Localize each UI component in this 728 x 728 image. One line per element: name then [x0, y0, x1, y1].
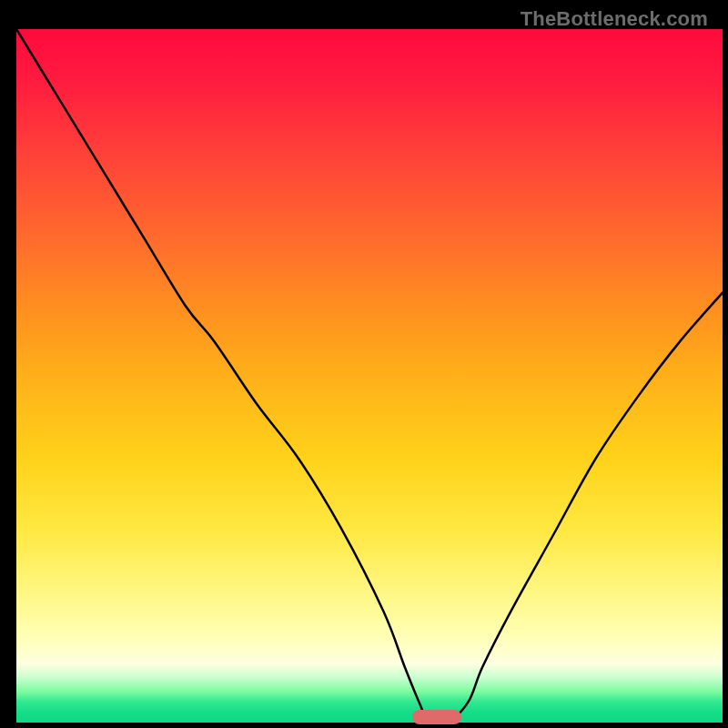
bottleneck-curve: [16, 29, 723, 723]
plot-area: [16, 29, 723, 723]
watermark-text: TheBottleneck.com: [521, 7, 708, 31]
optimal-marker: [412, 710, 461, 724]
chart-frame: TheBottleneck.com: [5, 5, 723, 723]
